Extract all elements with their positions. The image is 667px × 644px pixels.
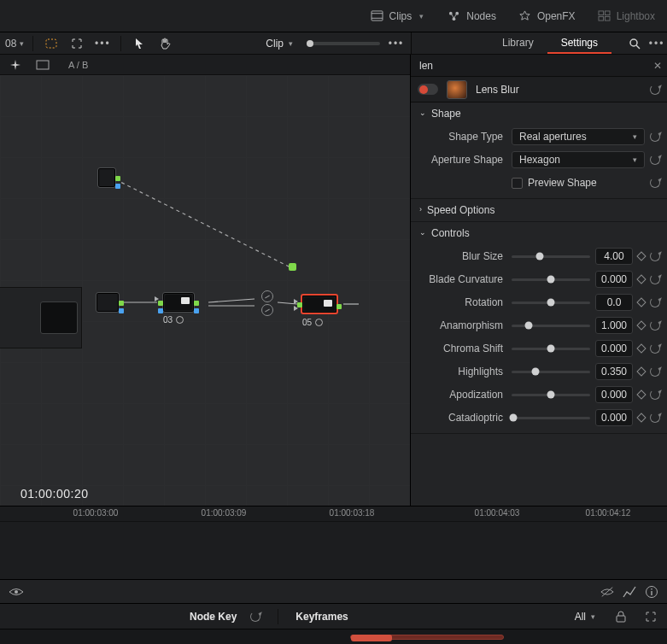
blur-size-keyframe[interactable] (636, 251, 646, 261)
row-rotation: Rotation 0.0 (418, 294, 660, 311)
node-mixer-a[interactable] (261, 290, 273, 302)
chroma-slider[interactable] (512, 340, 590, 357)
aperture-shape-dropdown[interactable]: Hexagon ▾ (512, 151, 645, 168)
preview-shape-reset[interactable] (650, 178, 660, 188)
highlights-slider[interactable] (512, 363, 590, 380)
chroma-reset[interactable] (650, 343, 660, 354)
tab-settings[interactable]: Settings (547, 32, 611, 54)
pointer-tool[interactable] (130, 35, 149, 52)
catad-label: Catadioptric (418, 412, 512, 424)
openfx-menu[interactable]: OpenFX (518, 10, 576, 22)
anamorph-keyframe[interactable] (636, 320, 646, 330)
more-options-left[interactable]: ••• (93, 35, 112, 52)
tab-library[interactable]: Library (489, 32, 547, 54)
blade-curv-keyframe[interactable] (636, 274, 646, 284)
apod-reset[interactable] (650, 389, 660, 400)
more-options-center[interactable]: ••• (387, 34, 406, 53)
keyframe-strip (0, 579, 667, 603)
rotation-value[interactable]: 0.0 (595, 294, 633, 311)
apod-value[interactable]: 0.000 (595, 386, 633, 403)
timeline-body[interactable] (0, 522, 667, 579)
expand-panel-icon[interactable] (645, 611, 657, 623)
node-top-cropped[interactable] (97, 167, 116, 188)
rotation-reset[interactable] (650, 297, 660, 307)
info-icon[interactable] (645, 585, 658, 599)
clip-thumbs[interactable] (0, 287, 82, 348)
node-03[interactable]: 03 (162, 292, 195, 313)
eye-toggle-icon[interactable] (600, 585, 614, 599)
shape-type-dropdown[interactable]: Real apertures ▾ (512, 128, 645, 145)
node-graph[interactable]: 03 05 01:00:00:20 (0, 75, 410, 506)
timeline-ruler[interactable]: 01:00:03:00 01:00:03:09 01:00:03:18 01:0… (0, 506, 667, 522)
nodekey-label[interactable]: Node Key (190, 611, 237, 623)
chroma-value[interactable]: 0.000 (595, 340, 633, 357)
graph-editor-icon[interactable] (623, 585, 636, 599)
section-speed-header[interactable]: › Speed Options (411, 199, 667, 221)
highlight-toggle[interactable] (42, 35, 61, 52)
graph-tool-rect[interactable] (34, 57, 51, 73)
preview-shape-checkbox[interactable] (512, 178, 523, 189)
edge-endpoint[interactable] (289, 263, 296, 271)
visibility-icon[interactable] (9, 586, 24, 598)
lock-icon[interactable] (616, 611, 626, 623)
catad-keyframe[interactable] (636, 413, 646, 422)
bottom-clip-track[interactable] (0, 629, 667, 644)
zoom-dropdown[interactable]: 08 ▾ (5, 38, 24, 50)
anamorph-slider[interactable] (512, 317, 590, 334)
lightbox-menu[interactable]: Lightbox (598, 10, 655, 22)
rotation-keyframe[interactable] (636, 297, 646, 307)
catad-reset[interactable] (650, 413, 660, 423)
fx-search-input[interactable] (416, 60, 653, 72)
section-shape-header[interactable]: ⌄ Shape (411, 102, 667, 125)
catad-value[interactable]: 0.000 (595, 409, 633, 426)
clips-menu[interactable]: Clips ▾ (371, 10, 424, 22)
graph-tool-sparkle[interactable] (7, 57, 24, 73)
ruler-tick: 01:00:03:09 (202, 508, 247, 518)
highlights-value[interactable]: 0.350 (595, 363, 633, 380)
thumb[interactable] (40, 302, 78, 334)
anamorph-reset[interactable] (650, 320, 660, 331)
disclosure-closed-icon: › (419, 205, 422, 214)
keyframes-filter[interactable]: All ▾ (575, 611, 595, 623)
blur-size-reset[interactable] (650, 251, 660, 261)
blur-size-value[interactable]: 4.00 (595, 248, 633, 265)
hand-tool[interactable] (155, 35, 174, 52)
node-mixer-b[interactable] (261, 304, 273, 316)
blade-curv-slider[interactable] (512, 271, 590, 288)
row-apodization: Apodization 0.000 (418, 386, 660, 403)
mini-timeline: 01:00:03:00 01:00:03:09 01:00:03:18 01:0… (0, 506, 667, 603)
fx-reset[interactable] (650, 85, 660, 95)
shape-type-reset[interactable] (650, 132, 660, 142)
inspector-more[interactable]: ••• (647, 38, 666, 50)
highlights-keyframe[interactable] (636, 366, 646, 376)
clear-search[interactable]: ✕ (653, 60, 662, 72)
row-blur-size: Blur Size 4.00 (418, 248, 660, 265)
rotation-slider[interactable] (512, 294, 590, 311)
svg-point-14 (15, 590, 18, 594)
inspector-search-toggle[interactable] (625, 34, 644, 53)
fx-enable-toggle[interactable] (418, 84, 438, 95)
keyframes-label[interactable]: Keyframes (295, 611, 348, 623)
clip-selector[interactable]: Clip ▾ (266, 38, 380, 50)
anamorph-value[interactable]: 1.000 (595, 317, 633, 334)
apod-keyframe[interactable] (636, 389, 646, 399)
expand-toggle[interactable] (67, 35, 86, 52)
node-05[interactable]: 05 (301, 294, 338, 314)
clip-segment[interactable] (350, 635, 504, 640)
apod-slider[interactable] (512, 386, 590, 403)
viewer-timecode: 01:00:00:20 (20, 487, 88, 501)
aperture-shape-reset[interactable] (650, 155, 660, 165)
nodekey-reset[interactable] (250, 612, 260, 622)
node-source[interactable] (96, 292, 120, 313)
blur-size-slider[interactable] (512, 248, 590, 265)
section-shape-label: Shape (431, 108, 461, 120)
catad-slider[interactable] (512, 409, 590, 426)
blade-curv-reset[interactable] (650, 274, 660, 284)
blade-curv-value[interactable]: 0.000 (595, 271, 633, 288)
hand-icon (159, 38, 171, 50)
chroma-keyframe[interactable] (636, 343, 646, 353)
section-controls-header[interactable]: ⌄ Controls (411, 222, 667, 244)
highlights-reset[interactable] (650, 366, 660, 377)
nodes-menu[interactable]: Nodes (448, 10, 496, 22)
clip-slider[interactable] (307, 42, 380, 45)
